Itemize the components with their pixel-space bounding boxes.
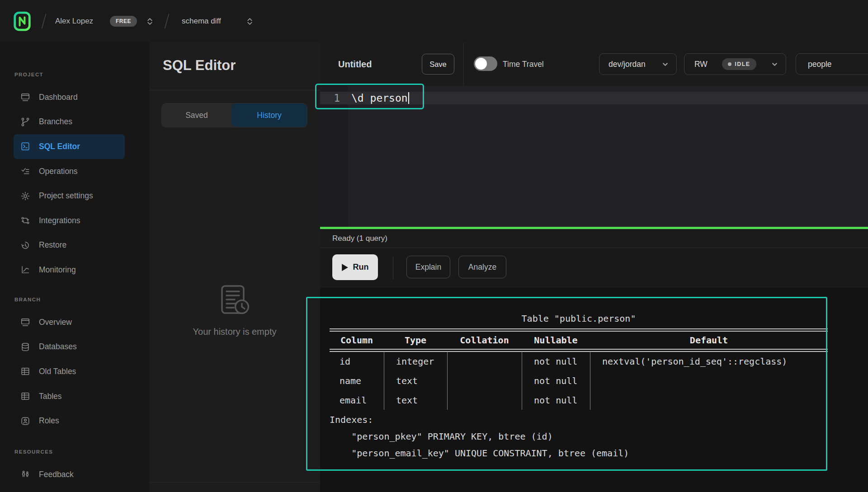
sidebar-section-branch: BRANCHOverviewDatabasesOld TablesTablesR… — [0, 293, 149, 433]
column-header-column: Column — [330, 331, 384, 349]
saved-history-tabs: SavedHistory — [161, 103, 307, 127]
compute-select[interactable]: RW IDLE — [684, 53, 786, 75]
sidebar-section-resources: RESOURCESFeedback — [0, 445, 149, 487]
top-bar: Alex Lopez FREE schema diff — [0, 0, 868, 43]
sidebar-item-dashboard[interactable]: Dashboard — [14, 85, 125, 110]
sidebar-item-label: Roles — [39, 416, 59, 426]
sql-code-editor[interactable]: 1\d person — [320, 86, 868, 227]
table-cell — [447, 390, 522, 410]
compute-select-value: RW — [694, 60, 708, 69]
explain-button[interactable]: Explain — [406, 256, 450, 278]
sidebar-item-sql-editor[interactable]: SQL Editor — [14, 134, 125, 159]
project-selector-chevron-icon[interactable] — [245, 0, 254, 42]
result-indexes: Indexes: "person_pkey" PRIMARY KEY, btre… — [330, 412, 629, 462]
tab-saved[interactable]: Saved — [162, 103, 231, 127]
table-cell: not null — [522, 351, 590, 371]
table-cell: name — [330, 371, 384, 390]
roles-icon — [20, 416, 30, 426]
sidebar-item-monitoring[interactable]: Monitoring — [14, 258, 125, 282]
sidebar-item-branches[interactable]: Branches — [14, 110, 125, 135]
sidebar-item-project-settings[interactable]: Project settings — [14, 183, 125, 208]
index-line: Indexes: — [330, 412, 629, 428]
breadcrumb-slash — [166, 0, 167, 42]
page-title: SQL Editor — [163, 57, 236, 74]
table-row: nametextnot null — [330, 371, 828, 390]
sidebar-item-tables[interactable]: Tables — [14, 384, 125, 409]
sidebar: PROJECTDashboardBranchesSQL EditorOperat… — [0, 42, 149, 492]
sidebar-item-label: Project settings — [39, 191, 93, 201]
branch-select[interactable]: dev/jordan — [599, 53, 677, 75]
table-row: idintegernot nullnextval('person_id_seq'… — [330, 351, 828, 371]
play-icon — [342, 264, 348, 271]
project-name[interactable]: schema diff — [182, 0, 221, 42]
save-button[interactable]: Save — [422, 54, 454, 75]
index-line: "person_email_key" UNIQUE CONSTRAINT, bt… — [330, 445, 629, 462]
index-line: "person_pkey" PRIMARY KEY, btree (id) — [330, 428, 629, 445]
sidebar-section-label: BRANCH — [0, 293, 149, 306]
database-select[interactable]: people — [796, 53, 868, 75]
tab-history[interactable]: History — [231, 103, 307, 127]
time-travel-label: Time Travel — [503, 42, 544, 86]
time-travel-toggle[interactable] — [474, 56, 497, 71]
sql-editor-icon — [20, 141, 30, 151]
sidebar-item-label: Dashboard — [39, 93, 78, 102]
toolbar-divider — [393, 257, 393, 279]
text-cursor — [408, 92, 409, 104]
column-header-collation: Collation — [447, 331, 522, 349]
settings-icon — [20, 191, 30, 201]
org-name[interactable]: Alex Lopez — [55, 0, 93, 42]
sidebar-item-feedback[interactable]: Feedback — [14, 462, 125, 487]
result-table-header: ColumnTypeCollationNullableDefault — [330, 331, 828, 349]
sidebar-item-old-tables[interactable]: Old Tables — [14, 359, 125, 384]
status-dot-icon — [728, 62, 731, 66]
status-text: Ready (1 query) — [332, 234, 387, 243]
branches-icon — [20, 117, 30, 127]
sidebar-item-label: Feedback — [39, 470, 74, 479]
branch-select-value: dev/jordan — [609, 60, 646, 69]
sidebar-item-label: Overview — [39, 318, 72, 327]
query-results-panel: Table "public.person" ColumnTypeCollatio… — [320, 288, 868, 492]
sidebar-item-roles[interactable]: Roles — [14, 408, 125, 433]
panel-header: SQL Editor — [149, 42, 320, 90]
sidebar-item-label: Restore — [39, 240, 66, 250]
neon-console: Alex Lopez FREE schema diff PROJECTDashb… — [0, 0, 868, 492]
table-cell: id — [330, 351, 384, 371]
sidebar-item-overview[interactable]: Overview — [14, 310, 125, 335]
sidebar-item-restore[interactable]: Restore — [14, 233, 125, 258]
editor-gutter — [320, 86, 348, 227]
column-header-nullable: Nullable — [522, 331, 590, 349]
sidebar-item-operations[interactable]: Operations — [14, 159, 125, 184]
sidebar-item-label: Operations — [39, 167, 78, 176]
sidebar-item-label: SQL Editor — [39, 142, 80, 151]
table-row: emailtextnot null — [330, 390, 828, 410]
sidebar-item-label: Monitoring — [39, 265, 76, 275]
neon-logo-icon[interactable] — [14, 0, 31, 42]
table-icon — [20, 391, 30, 401]
table-icon — [20, 366, 30, 376]
sidebar-section-label: PROJECT — [0, 68, 149, 81]
sidebar-section-project: PROJECTDashboardBranchesSQL EditorOperat… — [0, 68, 149, 282]
sidebar-item-label: Databases — [39, 342, 77, 351]
sidebar-item-integrations[interactable]: Integrations — [14, 208, 125, 233]
editor-line[interactable]: 1\d person — [320, 92, 868, 104]
history-empty-icon — [217, 283, 252, 319]
org-selector-chevron-icon[interactable] — [146, 0, 154, 42]
dashboard-icon — [20, 317, 30, 327]
column-header-default: Default — [590, 331, 828, 349]
query-header: Untitled Save Time Travel dev/jordan RW … — [320, 42, 868, 86]
chevron-down-icon — [771, 61, 778, 68]
header-divider — [463, 42, 464, 86]
databases-icon — [20, 342, 30, 352]
run-button[interactable]: Run — [332, 254, 378, 280]
toggle-knob — [475, 58, 487, 70]
table-cell: integer — [384, 351, 447, 371]
sidebar-item-databases[interactable]: Databases — [14, 335, 125, 360]
query-workspace: Untitled Save Time Travel dev/jordan RW … — [320, 42, 868, 492]
sidebar-item-label: Branches — [39, 117, 72, 127]
breadcrumb-slash — [43, 0, 44, 42]
analyze-button[interactable]: Analyze — [458, 256, 506, 278]
table-cell: text — [384, 390, 447, 410]
history-empty-text: Your history is empty — [149, 327, 320, 337]
plan-badge: FREE — [110, 0, 137, 42]
table-cell — [590, 390, 828, 410]
